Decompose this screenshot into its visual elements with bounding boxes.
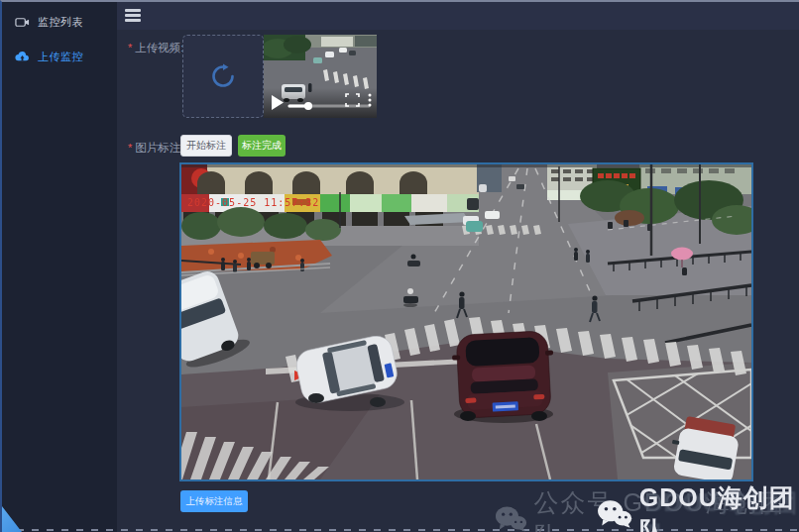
start-annotation-button[interactable]: 开始标注 xyxy=(180,135,232,157)
camera-timestamp: 2020-05-25 11:57:32 xyxy=(187,197,319,208)
top-header xyxy=(117,2,799,30)
sidebar-item-label: 上传监控 xyxy=(38,50,83,64)
required-asterisk: * xyxy=(128,142,132,154)
seek-handle[interactable] xyxy=(304,102,312,110)
sidebar-item-upload-monitor[interactable]: 上传监控 xyxy=(2,42,117,71)
video-player[interactable] xyxy=(264,35,377,118)
maroon-car xyxy=(451,330,556,423)
upload-annotation-info-button[interactable]: 上传标注信息 xyxy=(180,490,248,512)
video-camera-icon xyxy=(15,15,30,30)
bottom-dashed-border xyxy=(2,529,799,531)
sidebar-item-monitor-list[interactable]: 监控列表 xyxy=(2,7,117,37)
more-options-icon[interactable] xyxy=(369,94,372,107)
image-annotation-label: *图片标注: xyxy=(128,141,183,156)
required-asterisk: * xyxy=(128,42,132,53)
main-content: *上传视频: xyxy=(117,30,799,532)
refresh-loading-icon xyxy=(210,63,236,89)
cloud-upload-icon xyxy=(15,50,30,64)
app-window: { "sidebar": { "items": [ { "label": "监控… xyxy=(0,0,799,532)
sidebar-item-label: 监控列表 xyxy=(38,15,83,30)
finish-annotation-button[interactable]: 标注完成 xyxy=(238,135,285,157)
traffic-image-canvas[interactable]: 2020-05-25 11:57:32 xyxy=(179,162,753,481)
video-upload-dropzone[interactable] xyxy=(182,35,264,118)
hamburger-menu-icon[interactable] xyxy=(125,9,141,23)
upload-video-label: *上传视频: xyxy=(128,41,183,55)
sidebar: 监控列表 上传监控 xyxy=(2,2,117,532)
